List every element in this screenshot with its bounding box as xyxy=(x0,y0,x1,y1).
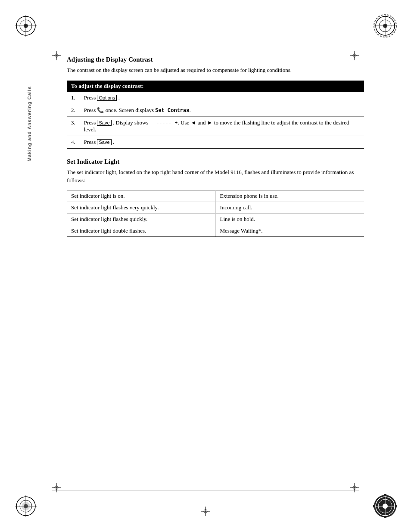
reg-cross-bottom-center xyxy=(201,507,210,518)
display-contrast-bar: – ----- + xyxy=(150,120,178,126)
step-num-2: 2. xyxy=(67,104,80,116)
indicator-row-1: Set indicator light is on. Extension pho… xyxy=(67,190,364,202)
indicator-right-1: Extension phone is in use. xyxy=(215,190,364,202)
save-button-label-step4: Save xyxy=(97,139,111,145)
reg-cross-right-bottom xyxy=(350,483,359,494)
section2-title: Set Indicator Light xyxy=(67,158,364,165)
top-rule xyxy=(52,54,359,54)
section-indicator-light: Set Indicator Light The set indicator li… xyxy=(67,158,364,237)
indicator-right-3: Line is on hold. xyxy=(215,213,364,225)
step-content-4: Press Save . xyxy=(80,136,364,148)
svg-rect-27 xyxy=(395,505,397,507)
step-num-3: 3. xyxy=(67,116,80,136)
section2-description: The set indicator light, located on the … xyxy=(67,168,364,185)
sidebar-text: Making and Answering Calls xyxy=(27,86,32,162)
indicator-left-3: Set indicator light flashes quickly. xyxy=(67,213,215,225)
corner-mark-br xyxy=(372,493,398,519)
step-row-4: 4. Press Save . xyxy=(67,136,364,148)
steps-table-header: To adjust the display contrast: xyxy=(67,81,364,92)
indicator-right-4: Message Waiting*. xyxy=(215,225,364,236)
screen-display-contras: Set Contras xyxy=(155,108,189,114)
indicator-left-1: Set indicator light is on. xyxy=(67,190,215,202)
svg-rect-26 xyxy=(373,505,375,507)
reg-cross-left-bottom xyxy=(52,483,61,494)
save-button-label-step3: Save xyxy=(97,120,111,126)
svg-rect-25 xyxy=(384,516,386,518)
main-content: Adjusting the Display Contrast The contr… xyxy=(67,56,364,237)
indicator-right-2: Incoming call. xyxy=(215,202,364,213)
indicator-table: Set indicator light is on. Extension pho… xyxy=(67,190,364,237)
step-content-2: Press 📞 once. Screen displays Set Contra… xyxy=(80,104,364,116)
step-row-2: 2. Press 📞 once. Screen displays Set Con… xyxy=(67,104,364,116)
bottom-rule xyxy=(52,491,359,491)
corner-mark-tr xyxy=(372,13,398,39)
steps-table: To adjust the display contrast: 1. Press… xyxy=(67,81,364,149)
reg-cross-left-top xyxy=(52,51,61,62)
step-content-1: Press Options . xyxy=(80,92,364,104)
corner-mark-bl xyxy=(13,493,39,519)
step-num-1: 1. xyxy=(67,92,80,104)
phone-icon: 📞 xyxy=(97,107,104,113)
step-row-1: 1. Press Options . xyxy=(67,92,364,104)
section1-title: Adjusting the Display Contrast xyxy=(67,56,364,63)
indicator-row-4: Set indicator light double flashes. Mess… xyxy=(67,225,364,236)
options-button-label: Options xyxy=(97,95,117,101)
indicator-left-4: Set indicator light double flashes. xyxy=(67,225,215,236)
svg-point-17 xyxy=(22,502,30,510)
step-content-3: Press Save . Display shows – ----- +. Us… xyxy=(80,116,364,136)
page: Making and Answering Calls Adjusting the… xyxy=(0,0,411,532)
step-row-3: 3. Press Save . Display shows – ----- +.… xyxy=(67,116,364,136)
indicator-row-2: Set indicator light flashes very quickly… xyxy=(67,202,364,213)
svg-rect-24 xyxy=(384,494,386,496)
indicator-row-3: Set indicator light flashes quickly. Lin… xyxy=(67,213,364,225)
step-num-4: 4. xyxy=(67,136,80,148)
indicator-left-2: Set indicator light flashes very quickly… xyxy=(67,202,215,213)
section-display-contrast: Adjusting the Display Contrast The contr… xyxy=(67,56,364,149)
section1-description: The contrast on the display screen can b… xyxy=(67,66,364,75)
steps-table-header-cell: To adjust the display contrast: xyxy=(67,81,364,92)
corner-mark-tl xyxy=(13,13,39,39)
